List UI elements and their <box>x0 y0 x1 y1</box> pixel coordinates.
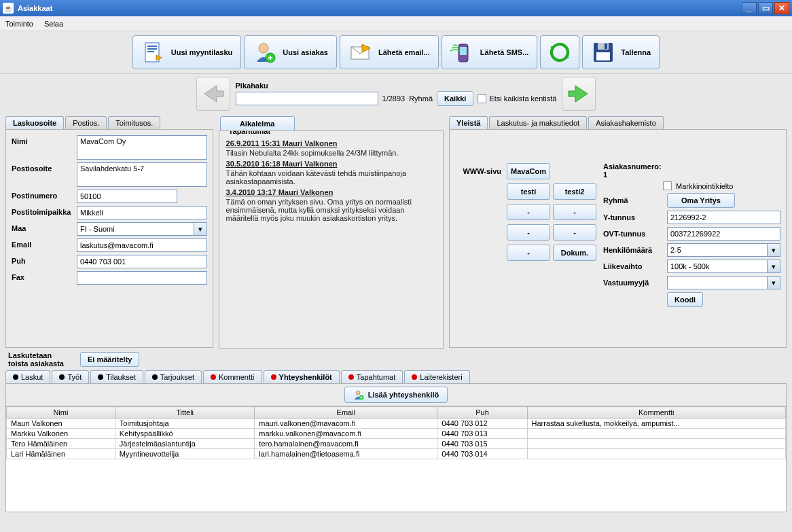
postiosoite-field[interactable]: Savilahdenkatu 5-7 <box>77 162 207 187</box>
tab-laskuosoite[interactable]: Laskuosoite <box>5 116 64 129</box>
table-row[interactable]: Mauri ValkonenToimitusjohtajamauri.valko… <box>7 419 786 429</box>
save-button[interactable]: Tallenna <box>582 35 660 69</box>
new-invoice-button[interactable]: Uusi myyntilasku <box>132 35 241 69</box>
next-button[interactable] <box>562 77 596 111</box>
puh-label: Puh <box>12 255 77 265</box>
col-titteli[interactable]: Titteli <box>115 407 254 419</box>
koodi-button[interactable]: Koodi <box>667 292 703 307</box>
henkilomaara-dropdown[interactable]: ▾ <box>767 243 780 257</box>
menu-selaa[interactable]: Selaa <box>44 20 63 28</box>
add-contact-label: Lisää yhteyshenkilö <box>368 391 439 399</box>
minimize-button[interactable]: _ <box>742 2 757 14</box>
nimi-field[interactable]: MavaCom Oy <box>77 135 207 160</box>
link-mavacom[interactable]: MavaCom <box>507 163 550 179</box>
tab-postios[interactable]: Postios. <box>65 116 107 129</box>
puh-field[interactable] <box>77 255 207 268</box>
link-testi[interactable]: testi <box>507 183 550 200</box>
tab-yleista[interactable]: Yleistä <box>449 116 488 129</box>
send-sms-label: Lähetä SMS... <box>480 48 529 56</box>
close-button[interactable]: ✕ <box>774 2 789 14</box>
link-blank[interactable]: - <box>507 224 550 241</box>
add-contact-button[interactable]: Lisää yhteyshenkilö <box>344 387 448 403</box>
nimi-label: Nimi <box>12 135 77 145</box>
tab-hakemisto[interactable]: Asiakashakemisto <box>588 116 664 129</box>
svg-rect-1 <box>147 46 157 47</box>
send-email-button[interactable]: Lähetä email... <box>340 35 439 69</box>
fax-label: Fax <box>12 271 77 281</box>
ovt-field[interactable] <box>667 227 780 241</box>
link-blank[interactable]: - <box>507 204 550 220</box>
link-dokum[interactable]: Dokum. <box>553 245 596 261</box>
new-invoice-label: Uusi myyntilasku <box>171 48 232 56</box>
email-field[interactable] <box>77 238 207 252</box>
postitoimipaikka-field[interactable] <box>77 206 207 219</box>
search-row: Pikahaku 1/2893 Ryhmä Kaikki Etsi kaikis… <box>0 74 792 116</box>
ryhma-button[interactable]: Oma Yritys <box>667 193 735 208</box>
send-sms-button[interactable]: Lähetä SMS... <box>442 35 538 69</box>
col-email[interactable]: Email <box>255 407 437 419</box>
contacts-table: Nimi Titteli Email Puh Kommentti Mauri V… <box>6 406 786 459</box>
postinumero-field[interactable] <box>77 190 177 203</box>
kaikki-button[interactable]: Kaikki <box>437 91 473 106</box>
maximize-button[interactable]: ▭ <box>758 2 773 14</box>
left-panel: Laskuosoite Postios. Toimitusos. NimiMav… <box>5 116 213 349</box>
new-customer-label: Uusi asiakas <box>283 48 328 56</box>
liikevaihto-field[interactable] <box>667 260 767 273</box>
col-puh[interactable]: Puh <box>437 407 527 419</box>
btab-tilaukset[interactable]: Tilaukset <box>90 370 143 383</box>
aikaleima-button[interactable]: Aikaleima <box>220 116 295 131</box>
postiosoite-label: Postiosoite <box>12 162 77 173</box>
maa-dropdown[interactable]: ▾ <box>194 222 207 236</box>
event-head: 3.4.2010 13:17 Mauri Valkonen <box>226 188 436 196</box>
col-nimi[interactable]: Nimi <box>7 407 115 419</box>
new-customer-button[interactable]: Uusi asiakas <box>244 35 337 69</box>
btab-kommentti[interactable]: Kommentti <box>203 370 262 383</box>
link-blank[interactable]: - <box>507 245 550 261</box>
maa-field[interactable] <box>77 222 194 236</box>
vastuumyyja-label: Vastuumyyjä <box>603 279 663 287</box>
btab-tapahtumat[interactable]: Tapahtumat <box>341 370 403 383</box>
postinumero-label: Postinumero <box>12 190 77 200</box>
event-item: 30.5.2010 16:18 Mauri Valkonen Tähän koh… <box>226 160 436 185</box>
btab-tyot[interactable]: Työt <box>52 370 89 383</box>
search-all-checkbox[interactable] <box>478 94 486 103</box>
ytunnus-field[interactable] <box>667 211 780 224</box>
link-testi2[interactable]: testi2 <box>553 183 596 200</box>
ei-maaritelty-button[interactable]: Ei määritelty <box>80 352 139 367</box>
search-input[interactable] <box>236 92 378 105</box>
table-row[interactable]: Lari HämäläinenMyyntineuvottelijalari.ha… <box>7 449 786 459</box>
liikevaihto-dropdown[interactable]: ▾ <box>767 260 780 273</box>
tab-toimitusos[interactable]: Toimitusos. <box>108 116 160 129</box>
markkinointikielto-checkbox[interactable] <box>663 181 672 190</box>
tab-laskutus[interactable]: Laskutus- ja maksutiedot <box>489 116 587 129</box>
event-body: Tilasin Nebulalta 24kk sopimuksella 24/3… <box>226 149 436 157</box>
toolbar: Uusi myyntilasku Uusi asiakas Lähetä ema… <box>0 31 792 74</box>
col-kommentti[interactable]: Kommentti <box>527 407 785 419</box>
svg-point-4 <box>259 43 268 53</box>
dot-icon <box>98 374 103 380</box>
btab-laiterekisteri[interactable]: Laiterekisteri <box>404 370 469 383</box>
henkilomaara-field[interactable] <box>667 243 767 257</box>
table-row[interactable]: Tero HämäläinenJärjestelmäasiantuntijate… <box>7 439 786 449</box>
fax-field[interactable] <box>77 271 207 285</box>
vastuumyyja-field[interactable] <box>667 276 767 289</box>
pikahaku-label: Pikahaku <box>236 82 557 90</box>
menu-toiminto[interactable]: Toiminto <box>5 20 33 28</box>
refresh-button[interactable] <box>540 35 579 69</box>
ryhma-label: Ryhmä <box>409 94 433 103</box>
btab-tarjoukset[interactable]: Tarjoukset <box>145 370 202 383</box>
table-row[interactable]: Markku ValkonenKehityspäällikkömarkku.va… <box>7 429 786 439</box>
vastuumyyja-dropdown[interactable]: ▾ <box>767 276 780 289</box>
markkinointikielto-label: Markkinointikielto <box>676 182 733 190</box>
save-icon <box>591 40 615 65</box>
btab-laskut[interactable]: Laskut <box>5 370 50 383</box>
link-blank[interactable]: - <box>553 224 596 241</box>
asiakasnumero-label: Asiakasnumero: 1 <box>603 162 663 179</box>
event-body: Tämä on oman yrityksen sivu. Oma yritys … <box>226 198 436 222</box>
prev-button[interactable] <box>196 77 230 111</box>
titlebar: ☕ Asiakkaat _ ▭ ✕ <box>0 0 792 16</box>
person-add-icon <box>353 389 364 400</box>
link-blank[interactable]: - <box>553 204 596 220</box>
btab-yhteyshenkilot[interactable]: Yhteyshenkilöt <box>264 370 340 383</box>
app-icon: ☕ <box>3 3 14 14</box>
